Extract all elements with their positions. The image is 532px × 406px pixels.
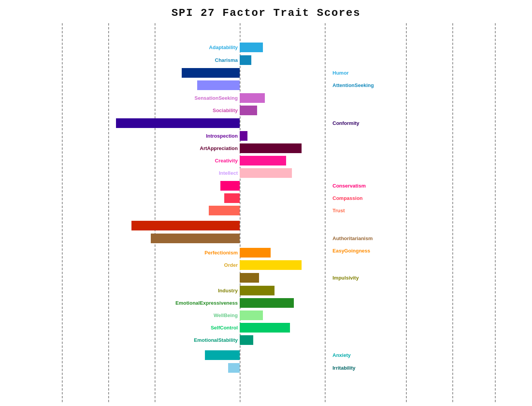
bar — [240, 156, 286, 165]
left-trait-label: ArtAppreciation — [0, 143, 238, 153]
bar — [240, 335, 253, 345]
right-trait-label: Compassion — [332, 193, 363, 203]
chart-area: AdaptabilityCharismaSensationSeekingSoci… — [0, 23, 532, 402]
right-trait-label: Authoritarianism — [332, 234, 373, 243]
chart-container: SPI 27 Factor Trait Scores AdaptabilityC… — [0, 0, 532, 406]
bar — [228, 363, 240, 373]
bar — [220, 181, 240, 191]
right-trait-label: Humor — [332, 68, 349, 78]
bar — [116, 118, 240, 128]
bar — [240, 286, 275, 295]
bar — [240, 43, 263, 52]
bar — [240, 106, 257, 115]
right-trait-label: EasyGoingness — [332, 246, 370, 256]
bar — [240, 168, 292, 178]
dashed-line — [62, 23, 63, 402]
bar — [240, 143, 302, 153]
left-trait-label: Creativity — [0, 156, 238, 165]
left-trait-label: SensationSeeking — [0, 93, 238, 103]
bar — [224, 193, 240, 203]
dashed-line — [325, 23, 326, 402]
bar — [240, 131, 247, 141]
left-trait-label: Adaptability — [0, 43, 238, 52]
bar — [197, 80, 240, 90]
left-trait-label: Intellect — [0, 168, 238, 178]
left-trait-label: EmotionalStability — [0, 335, 238, 345]
bar — [182, 68, 240, 78]
left-trait-label: WellBeing — [0, 310, 238, 320]
bar — [240, 260, 302, 270]
bar — [240, 298, 294, 308]
dashed-line — [155, 23, 155, 402]
right-trait-label: Anxiety — [332, 350, 351, 360]
bar — [240, 323, 290, 333]
bar — [209, 206, 240, 215]
left-trait-label: SelfControl — [0, 323, 238, 333]
right-trait-label: Trust — [332, 206, 345, 215]
right-trait-label: Irritability — [332, 363, 355, 373]
left-trait-label: Industry — [0, 286, 238, 295]
bar — [240, 273, 259, 283]
left-trait-label: Honesty — [0, 221, 238, 230]
dashed-line — [495, 23, 496, 402]
right-trait-label: Impulsivity — [332, 273, 359, 283]
bar — [240, 310, 263, 320]
dashed-line — [108, 23, 109, 402]
chart-title: SPI 27 Factor Trait Scores — [0, 0, 532, 19]
right-trait-label: Conformity — [332, 118, 359, 128]
left-trait-label: Perfectionism — [0, 248, 238, 258]
dashed-line — [406, 23, 407, 402]
bar — [151, 234, 240, 243]
left-trait-label: Sociability — [0, 106, 238, 115]
bar — [205, 350, 240, 360]
bar — [240, 55, 251, 65]
left-trait-label: Order — [0, 260, 238, 270]
bar — [240, 248, 271, 258]
dashed-line — [452, 23, 453, 402]
dashed-line — [240, 23, 240, 402]
bar — [240, 93, 265, 103]
left-trait-label: EmotionalExpressiveness — [0, 298, 238, 308]
left-trait-label: Charisma — [0, 55, 238, 65]
right-trait-label: AttentionSeeking — [332, 80, 374, 90]
right-trait-label: Conservatism — [332, 181, 366, 191]
left-trait-label: Introspection — [0, 131, 238, 141]
